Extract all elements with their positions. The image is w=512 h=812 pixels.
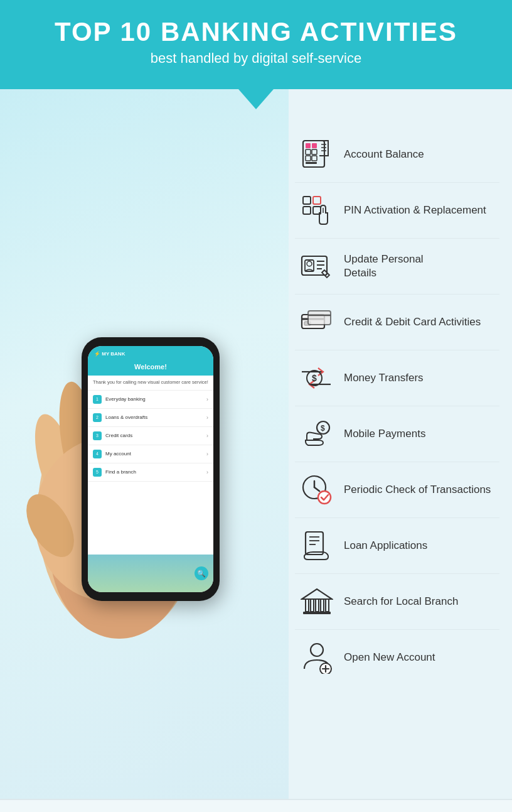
phone-frame: ⚡ MY BANK Welcome! Thank you for calling…	[82, 337, 220, 601]
svg-rect-22	[303, 207, 311, 214]
svg-point-46	[318, 491, 331, 504]
svg-rect-21	[313, 197, 321, 204]
mobile-payments-label: Mobile Payments	[339, 427, 425, 441]
svg-rect-13	[312, 149, 317, 154]
update-personal-icon	[295, 247, 339, 285]
header-arrow-icon	[238, 89, 274, 109]
svg-rect-12	[306, 149, 311, 154]
activity-credit-debit: Credit & Debit Card Activities	[295, 295, 499, 350]
main-content: ⚡ MY BANK Welcome! Thank you for calling…	[0, 89, 512, 799]
svg-rect-54	[316, 599, 319, 612]
activity-mobile-payments: $ Mobile Payments	[295, 406, 499, 462]
account-balance-icon	[295, 136, 339, 173]
page-footer: callvu	[0, 799, 512, 812]
money-transfers-label: Money Transfers	[339, 371, 424, 385]
search-branch-icon	[295, 583, 339, 620]
svg-rect-20	[303, 197, 311, 204]
svg-rect-16	[306, 162, 317, 164]
svg-text:$: $	[312, 373, 317, 383]
phone-screen: ⚡ MY BANK Welcome! Thank you for calling…	[88, 346, 213, 592]
credit-debit-icon	[295, 303, 339, 341]
svg-point-59	[311, 644, 323, 656]
open-account-icon	[295, 639, 339, 676]
phone-search-button[interactable]: 🔍	[195, 566, 208, 580]
phone-menu-item-5[interactable]: 5 Find a branch ›	[88, 463, 213, 482]
activity-money-transfers: $ Money Transfers	[295, 350, 499, 406]
phone-menu-item-2[interactable]: 2 Loans & overdrafts ›	[88, 409, 213, 427]
loan-applications-label: Loan Applications	[339, 539, 427, 553]
activity-open-account: Open New Account	[295, 630, 499, 685]
money-transfers-icon: $	[295, 359, 339, 397]
svg-rect-14	[306, 156, 311, 161]
svg-text:$: $	[321, 424, 325, 433]
open-account-label: Open New Account	[339, 651, 435, 664]
svg-rect-15	[312, 156, 317, 161]
phone-wrapper: ⚡ MY BANK Welcome! Thank you for calling…	[56, 337, 245, 601]
periodic-check-icon	[295, 471, 339, 509]
credit-debit-label: Credit & Debit Card Activities	[339, 315, 481, 329]
activity-search-branch: Search for Local Branch	[295, 574, 499, 630]
activity-update-personal: Update PersonalDetails	[295, 239, 499, 295]
account-balance-label: Account Balance	[339, 148, 424, 161]
phone-menu-item-1[interactable]: 1 Everyday banking ›	[88, 391, 213, 409]
phone-bank-name: ⚡ MY BANK	[88, 346, 213, 359]
svg-rect-10	[306, 143, 311, 148]
svg-marker-57	[302, 589, 332, 599]
phone-menu-item-3[interactable]: 3 Credit cards ›	[88, 427, 213, 445]
update-personal-label: Update PersonalDetails	[339, 252, 424, 280]
svg-rect-47	[306, 532, 323, 555]
phone-menu-item-4[interactable]: 4 My account ›	[88, 445, 213, 463]
page-subtitle: best handled by digital self-service	[13, 50, 499, 67]
page-header: TOP 10 BANKING ACTIVITIES best handled b…	[0, 0, 512, 89]
svg-rect-11	[312, 143, 317, 148]
phone-menu: 1 Everyday banking › 2 Loans & overdraft…	[88, 391, 213, 555]
phone-welcome-title: Welcome!	[88, 359, 213, 376]
svg-line-45	[314, 487, 319, 491]
loan-applications-icon	[295, 527, 339, 565]
phone-section: ⚡ MY BANK Welcome! Thank you for calling…	[0, 114, 289, 799]
phone-welcome-message: Thank you for calling new visual custome…	[88, 376, 213, 391]
svg-rect-53	[311, 599, 314, 612]
periodic-check-label: Periodic Check of Transactions	[339, 483, 491, 497]
activity-account-balance: Account Balance	[295, 127, 499, 183]
svg-point-27	[307, 261, 312, 266]
svg-rect-52	[306, 599, 309, 612]
svg-rect-55	[321, 599, 324, 612]
svg-line-31	[322, 270, 324, 273]
pin-activation-label: PIN Activation & Replacement	[339, 203, 486, 217]
search-branch-label: Search for Local Branch	[339, 595, 458, 609]
page-title: TOP 10 BANKING ACTIVITIES	[13, 18, 499, 46]
activities-section: Account Balance PIN Activation & Replace…	[289, 114, 512, 799]
phone-bottom-image: 🔍	[88, 555, 213, 592]
activity-pin-activation: PIN Activation & Replacement	[295, 183, 499, 239]
svg-rect-35	[308, 311, 331, 325]
svg-rect-56	[326, 599, 329, 612]
pin-activation-icon	[295, 192, 339, 229]
activity-periodic-check: Periodic Check of Transactions	[295, 462, 499, 518]
activity-loan-applications: Loan Applications	[295, 518, 499, 574]
mobile-payments-icon: $	[295, 415, 339, 453]
